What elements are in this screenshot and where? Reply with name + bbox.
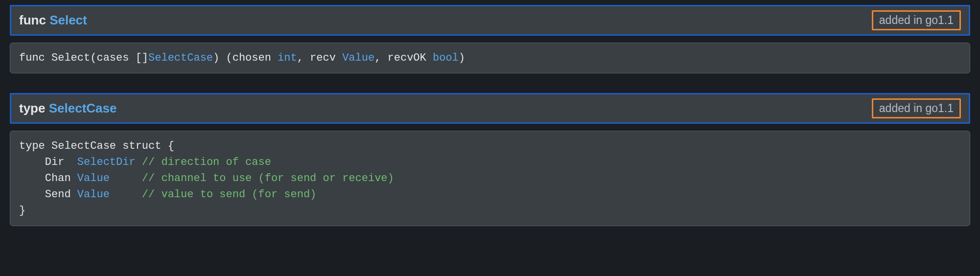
link-value[interactable]: Value [342, 52, 374, 64]
func-select-section: func Select added in go1.1 func Select(c… [10, 5, 970, 73]
link-value[interactable]: Value [77, 172, 110, 184]
type-selectcase-section: type SelectCase added in go1.1 type Sele… [10, 93, 970, 226]
struct-close: } [19, 205, 25, 217]
func-select-title: func Select [19, 13, 87, 28]
field-send-name: Send [19, 188, 77, 201]
comment-chan: // channel to use (for send or receive) [142, 172, 394, 184]
link-value[interactable]: Value [77, 188, 110, 201]
pad [136, 156, 142, 168]
keyword-func: func [19, 13, 46, 27]
field-dir-name: Dir [19, 156, 77, 168]
type-selectcase-title: type SelectCase [19, 101, 117, 116]
link-int[interactable]: int [278, 52, 297, 64]
sig-text: ) (chosen [213, 52, 278, 64]
func-select-link[interactable]: Select [49, 13, 87, 27]
field-chan-name: Chan [19, 172, 77, 184]
type-selectcase-link[interactable]: SelectCase [49, 101, 117, 115]
comment-send: // value to send (for send) [142, 188, 316, 201]
func-select-signature: func Select(cases []SelectCase) (chosen … [10, 43, 970, 73]
struct-open: type SelectCase struct { [19, 140, 174, 152]
keyword-type: type [19, 101, 45, 115]
pad [110, 172, 142, 184]
sig-text: ) [459, 52, 465, 64]
func-select-header: func Select added in go1.1 [10, 5, 970, 36]
added-badge: added in go1.1 [872, 98, 961, 118]
pad [110, 188, 142, 201]
link-selectcase[interactable]: SelectCase [148, 52, 213, 64]
type-selectcase-header: type SelectCase added in go1.1 [10, 93, 970, 124]
link-bool[interactable]: bool [433, 52, 459, 64]
comment-dir: // direction of case [142, 156, 271, 168]
sig-text: , recvOK [374, 52, 433, 64]
sig-text: func Select(cases [] [19, 52, 148, 64]
link-selectdir[interactable]: SelectDir [77, 156, 136, 168]
type-selectcase-definition: type SelectCase struct { Dir SelectDir /… [10, 131, 970, 226]
added-badge: added in go1.1 [872, 10, 961, 30]
sig-text: , recv [297, 52, 342, 64]
